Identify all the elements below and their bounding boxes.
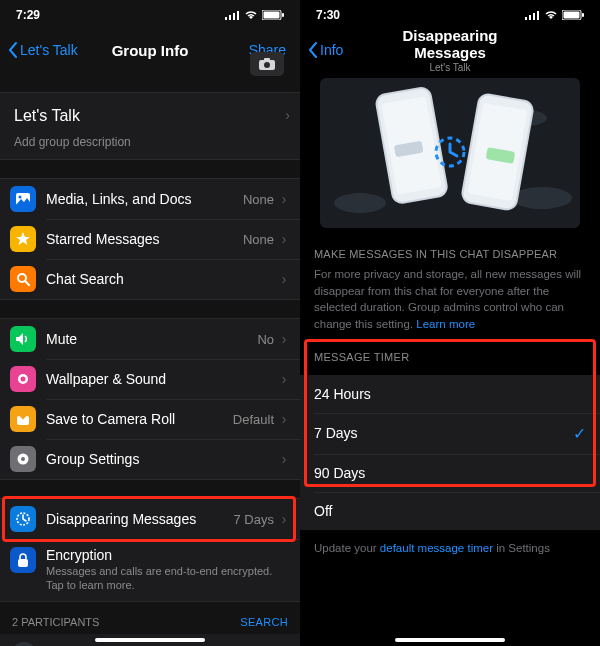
back-label: Info: [320, 42, 343, 58]
row-disappearing[interactable]: Disappearing Messages 7 Days ›: [0, 499, 300, 539]
row-group-settings[interactable]: Group Settings ›: [0, 439, 300, 479]
svg-rect-21: [525, 17, 527, 20]
svg-point-29: [512, 187, 572, 209]
battery-icon: [562, 10, 584, 20]
chevron-right-icon: ›: [278, 271, 290, 287]
row-starred[interactable]: Starred Messages None ›: [0, 219, 300, 259]
group-header[interactable]: Let's Talk › Add group description: [0, 92, 300, 160]
row-label: Chat Search: [46, 271, 278, 287]
option-label: 90 Days: [314, 465, 365, 481]
star-icon: [10, 226, 36, 252]
row-label: Encryption Messages and calls are end-to…: [46, 547, 290, 593]
phone-disappearing-messages: 7:30 Info Disappearing Messages Let's Ta…: [300, 0, 600, 646]
camera-icon: [259, 58, 275, 70]
home-indicator[interactable]: [395, 638, 505, 642]
illustration: [320, 78, 580, 228]
chevron-right-icon: ›: [278, 371, 290, 387]
svg-rect-5: [264, 12, 280, 19]
battery-icon: [262, 10, 284, 20]
option-label: Off: [314, 503, 332, 519]
svg-line-13: [25, 281, 29, 285]
participants-search[interactable]: SEARCH: [240, 616, 288, 628]
row-wallpaper[interactable]: Wallpaper & Sound ›: [0, 359, 300, 399]
row-media[interactable]: Media, Links, and Docs None ›: [0, 179, 300, 219]
row-encryption[interactable]: Encryption Messages and calls are end-to…: [0, 539, 300, 601]
camera-button[interactable]: [250, 52, 284, 76]
lock-icon: [10, 547, 36, 573]
row-value: None: [243, 192, 274, 207]
nav-subtitle: Let's Talk: [378, 62, 522, 73]
chevron-right-icon: ›: [278, 411, 290, 427]
status-bar: 7:30: [300, 0, 600, 30]
default-timer-link[interactable]: default message timer: [380, 542, 493, 554]
svg-rect-6: [282, 13, 284, 17]
svg-rect-1: [229, 15, 231, 20]
group-description[interactable]: Add group description: [14, 135, 286, 149]
row-label: Disappearing Messages: [46, 511, 234, 527]
row-label: Starred Messages: [46, 231, 243, 247]
svg-rect-24: [537, 11, 539, 20]
signal-icon: [525, 10, 540, 20]
nav-title-text: Disappearing Messages: [402, 27, 497, 61]
plus-icon: +: [10, 642, 38, 647]
timer-option-7d[interactable]: 7 Days ✓: [300, 413, 600, 454]
wifi-icon: [244, 10, 258, 20]
back-button[interactable]: Info: [308, 42, 378, 58]
row-chat-search[interactable]: Chat Search ›: [0, 259, 300, 299]
timer-option-24h[interactable]: 24 Hours: [300, 375, 600, 413]
chevron-right-icon: ›: [278, 331, 290, 347]
row-value: No: [257, 332, 274, 347]
svg-rect-22: [529, 15, 531, 20]
explain-body: For more privacy and storage, all new me…: [300, 266, 600, 337]
svg-rect-8: [264, 58, 270, 61]
svg-rect-20: [18, 559, 28, 567]
timer-icon: [10, 506, 36, 532]
svg-point-18: [21, 457, 25, 461]
row-save-camera-roll[interactable]: Save to Camera Roll Default ›: [0, 399, 300, 439]
svg-point-11: [19, 196, 22, 199]
chevron-right-icon: ›: [278, 191, 290, 207]
section-settings: Mute No › Wallpaper & Sound › Save to Ca…: [0, 318, 300, 480]
learn-more-link[interactable]: Learn more: [416, 318, 475, 330]
svg-rect-2: [233, 13, 235, 20]
row-value: 7 Days: [234, 512, 274, 527]
chevron-left-icon: [8, 42, 18, 58]
status-icons: [225, 10, 284, 20]
nav-bar: Info Disappearing Messages Let's Talk: [300, 30, 600, 70]
svg-point-28: [334, 193, 386, 213]
row-label: Save to Camera Roll: [46, 411, 233, 427]
chevron-right-icon: ›: [285, 107, 290, 123]
status-icons: [525, 10, 584, 20]
footer-note: Update your default message timer in Set…: [300, 530, 600, 566]
download-icon: [10, 406, 36, 432]
encryption-title: Encryption: [46, 547, 112, 563]
home-indicator[interactable]: [95, 638, 205, 642]
search-icon: [10, 266, 36, 292]
row-value: None: [243, 232, 274, 247]
nav-title: Disappearing Messages Let's Talk: [378, 27, 522, 73]
timer-option-90d[interactable]: 90 Days: [300, 454, 600, 492]
row-label: Mute: [46, 331, 257, 347]
explain-heading: MAKE MESSAGES IN THIS CHAT DISAPPEAR: [300, 234, 600, 266]
speaker-icon: [10, 326, 36, 352]
option-label: 24 Hours: [314, 386, 371, 402]
check-icon: ✓: [573, 424, 586, 443]
footer-pre: Update your: [314, 542, 380, 554]
status-bar: 7:29: [0, 0, 300, 30]
timer-header: MESSAGE TIMER: [300, 337, 600, 367]
timer-option-off[interactable]: Off: [300, 492, 600, 530]
status-time: 7:30: [316, 8, 340, 22]
phone-group-info: 7:29 Let's Talk Group Info Share Let's T…: [0, 0, 300, 646]
section-media: Media, Links, and Docs None › Starred Me…: [0, 178, 300, 300]
timer-options: 24 Hours 7 Days ✓ 90 Days Off: [300, 375, 600, 530]
row-mute[interactable]: Mute No ›: [0, 319, 300, 359]
footer-post: in Settings: [493, 542, 550, 554]
chevron-left-icon: [308, 42, 318, 58]
svg-rect-26: [564, 12, 580, 19]
row-label: Group Settings: [46, 451, 278, 467]
gear-icon: [10, 446, 36, 472]
status-time: 7:29: [16, 8, 40, 22]
svg-rect-3: [237, 11, 239, 20]
svg-point-9: [264, 62, 270, 68]
back-button[interactable]: Let's Talk: [8, 42, 78, 58]
